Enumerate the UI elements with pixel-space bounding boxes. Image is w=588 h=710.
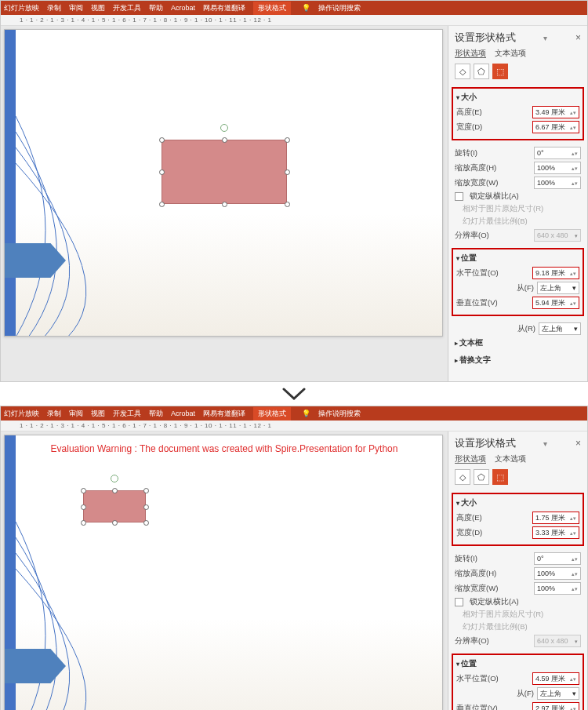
tell-me[interactable]: 操作说明搜索 [318, 3, 361, 13]
fill-line-icon[interactable]: ◇ [455, 64, 470, 79]
format-shape-panel: 设置形状格式 ▾ × 形状选项 文本选项 ◇ ⬠ ⬚ 大小 高度(E)3.49 … [448, 26, 587, 381]
ribbon-tab[interactable]: 开发工具 [113, 409, 141, 419]
ribbon-tab[interactable]: 帮助 [149, 409, 163, 419]
close-icon[interactable]: × [575, 438, 581, 449]
subtab-text[interactable]: 文本选项 [495, 49, 526, 57]
section-position: 位置 水平位置(O)4.59 厘米▴▾ 从(F)左上角▾ 垂直位置(V)2.97… [452, 654, 584, 710]
section-position: 位置 水平位置(O)9.18 厘米▴▾ 从(F)左上角▾ 垂直位置(V)5.94… [452, 248, 584, 316]
ribbon-tab[interactable]: Acrobat [171, 410, 195, 417]
label-slide-best: 幻灯片最佳比例(B) [455, 622, 581, 632]
tell-me[interactable]: 操作说明搜索 [318, 409, 361, 419]
subtab-text[interactable]: 文本选项 [495, 454, 526, 463]
checkbox-lock-ratio[interactable] [455, 598, 463, 606]
ribbon-tab[interactable]: 视图 [91, 3, 105, 13]
section-size-extra: 旋转(I)0°▴▾ 缩放高度(H)100%▴▾ 缩放宽度(W)100%▴▾ 锁定… [455, 552, 581, 647]
ribbon-tab[interactable]: 幻灯片放映 [4, 3, 39, 13]
slide[interactable] [4, 29, 443, 337]
canvas-area [1, 26, 448, 381]
ribbon-tab[interactable]: 帮助 [149, 3, 163, 13]
input-height[interactable]: 3.49 厘米▴▾ [532, 106, 579, 118]
input-scale-w[interactable]: 100%▴▾ [534, 582, 581, 595]
input-resolution: 640 x 480▾ [534, 635, 581, 647]
size-properties-icon[interactable]: ⬚ [492, 469, 508, 485]
panel-title: 设置形状格式 [455, 436, 516, 450]
input-rotation[interactable]: 0°▴▾ [534, 147, 581, 159]
input-width[interactable]: 3.33 厘米▴▾ [532, 526, 579, 539]
input-pos-h[interactable]: 9.18 厘米▴▾ [532, 267, 579, 279]
section-alttext-head[interactable]: 替换文字 [455, 355, 581, 366]
label-width: 宽度(D) [456, 528, 529, 538]
effects-icon[interactable]: ⬠ [474, 469, 489, 485]
input-scale-h[interactable]: 100%▴▾ [534, 162, 581, 174]
workspace: Evaluation Warning : The document was cr… [1, 431, 587, 710]
label-scale-w: 缩放宽度(W) [455, 584, 531, 594]
label-lock-ratio: 锁定纵横比(A) [470, 597, 581, 607]
section-textbox-head[interactable]: 文本框 [455, 337, 581, 348]
close-icon[interactable]: × [575, 32, 581, 43]
label-from-f: 从(F) [456, 283, 534, 293]
label-from-f: 从(F) [456, 689, 534, 699]
ribbon-tab[interactable]: 幻灯片放映 [4, 409, 39, 419]
dropdown-from-h[interactable]: 左上角▾ [537, 282, 579, 294]
input-pos-v[interactable]: 2.97 厘米▴▾ [532, 702, 579, 710]
evaluation-warning: Evaluation Warning : The document was cr… [44, 443, 405, 456]
label-pos-h: 水平位置(O) [456, 674, 529, 684]
format-shape-panel: 设置形状格式 ▾ × 形状选项 文本选项 ◇ ⬠ ⬚ 大小 高度(E)1.75 … [448, 431, 587, 710]
panel-title: 设置形状格式 [455, 31, 516, 45]
ribbon-tab[interactable]: 录制 [47, 3, 61, 13]
ribbon: 幻灯片放映 录制 审阅 视图 开发工具 帮助 Acrobat 网易有道翻译 形状… [1, 1, 587, 15]
canvas-area: Evaluation Warning : The document was cr… [1, 431, 448, 710]
input-height[interactable]: 1.75 厘米▴▾ [532, 512, 579, 524]
dropdown-from-h[interactable]: 左上角▾ [537, 687, 579, 700]
ribbon-tab[interactable]: 视图 [91, 409, 105, 419]
label-rel-orig: 相对于图片原始尺寸(R) [455, 610, 581, 620]
fill-line-icon[interactable]: ◇ [455, 469, 470, 485]
ribbon-tab-shape-format[interactable]: 形状格式 [253, 407, 291, 421]
rectangle-shape[interactable] [162, 140, 287, 204]
panel-icon-row: ◇ ⬠ ⬚ [455, 64, 581, 79]
panel-chevron-icon[interactable]: ▾ [543, 34, 547, 42]
effects-icon[interactable]: ⬠ [474, 64, 489, 79]
bulb-icon: 💡 [302, 4, 310, 12]
ribbon-tab[interactable]: Acrobat [171, 4, 195, 12]
input-width[interactable]: 6.67 厘米▴▾ [532, 121, 579, 133]
input-pos-v[interactable]: 5.94 厘米▴▾ [532, 297, 579, 309]
ruler: 1 · 1 · 2 · 1 · 3 · 1 · 4 · 1 · 5 · 1 · … [1, 421, 587, 431]
size-properties-icon[interactable]: ⬚ [492, 64, 508, 79]
rectangle-shape[interactable] [83, 490, 146, 522]
dropdown-from-v[interactable]: 左上角▾ [539, 322, 581, 335]
label-scale-h: 缩放高度(H) [455, 163, 531, 173]
checkbox-lock-ratio[interactable] [455, 192, 463, 201]
section-size-head[interactable]: 大小 [456, 497, 579, 508]
label-pos-v: 垂直位置(V) [456, 298, 529, 308]
bulb-icon: 💡 [302, 410, 310, 417]
label-scale-w: 缩放宽度(W) [455, 178, 531, 188]
section-size-head[interactable]: 大小 [456, 92, 579, 103]
input-scale-h[interactable]: 100%▴▾ [534, 567, 581, 580]
ribbon-tab-shape-format[interactable]: 形状格式 [253, 2, 291, 15]
label-height: 高度(E) [456, 513, 529, 523]
label-pos-v: 垂直位置(V) [456, 704, 529, 711]
label-scale-h: 缩放高度(H) [455, 569, 531, 579]
ribbon-tab[interactable]: 网易有道翻译 [203, 409, 245, 419]
subtab-shape[interactable]: 形状选项 [455, 49, 486, 58]
panel-chevron-icon[interactable]: ▾ [543, 439, 547, 448]
subtab-shape[interactable]: 形状选项 [455, 454, 486, 464]
ribbon-tab[interactable]: 网易有道翻译 [203, 3, 245, 13]
ribbon-tab[interactable]: 录制 [47, 409, 61, 419]
ribbon-tab[interactable]: 审阅 [69, 409, 83, 419]
input-scale-w[interactable]: 100%▴▾ [534, 177, 581, 189]
ribbon-tab[interactable]: 审阅 [69, 3, 83, 13]
ruler: 1 · 1 · 2 · 1 · 3 · 1 · 4 · 1 · 5 · 1 · … [1, 15, 587, 26]
input-rotation[interactable]: 0°▴▾ [534, 552, 581, 565]
section-size: 大小 高度(E)1.75 厘米▴▾ 宽度(D)3.33 厘米▴▾ [452, 493, 584, 546]
input-pos-h[interactable]: 4.59 厘米▴▾ [532, 672, 579, 685]
ribbon-tab[interactable]: 开发工具 [113, 3, 141, 13]
label-slide-best: 幻灯片最佳比例(B) [455, 217, 581, 227]
slide[interactable]: Evaluation Warning : The document was cr… [4, 435, 443, 710]
label-rel-orig: 相对于图片原始尺寸(R) [455, 204, 581, 214]
section-size-extra: 旋转(I)0°▴▾ 缩放高度(H)100%▴▾ 缩放宽度(W)100%▴▾ 锁定… [455, 147, 581, 242]
section-position-head[interactable]: 位置 [456, 658, 579, 669]
section-position-head[interactable]: 位置 [456, 253, 579, 264]
chevron-down-icon [281, 386, 307, 402]
